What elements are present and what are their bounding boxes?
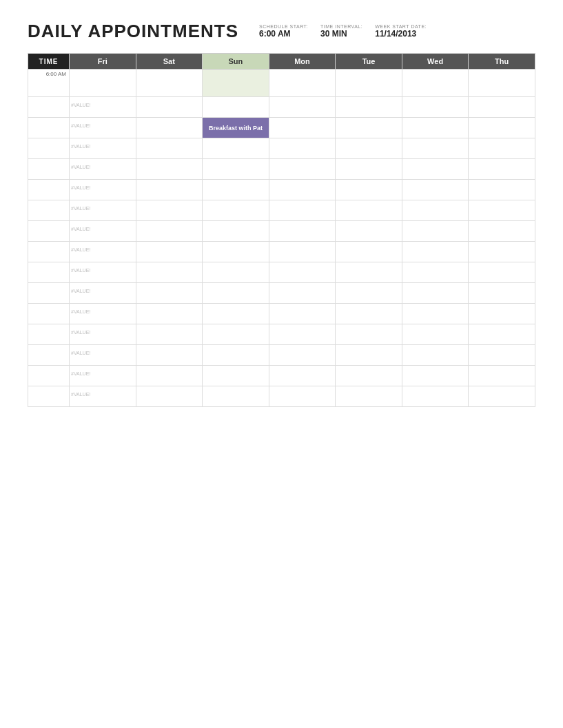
col-header-fri: Fri (70, 54, 136, 70)
time-cell (28, 262, 70, 283)
cell-tue-row2 (336, 118, 402, 138)
value-label: #VALUE! (70, 163, 90, 169)
appointment-block[interactable]: Breakfast with Pat (203, 118, 269, 138)
time-interval-value: 30 MIN (320, 29, 362, 39)
cell-wed-row4 (402, 159, 469, 180)
cell-fri-row15: #VALUE! (70, 386, 136, 407)
cell-mon-row4 (269, 159, 336, 180)
cell-tue-row7 (336, 221, 402, 242)
time-cell (28, 283, 70, 304)
cell-fri-row1: #VALUE! (70, 97, 136, 118)
cell-thu-row0 (469, 70, 535, 97)
cell-fri-row10: #VALUE! (70, 283, 136, 304)
cell-mon-row12 (269, 324, 336, 345)
cell-sat-row6 (136, 200, 203, 221)
col-header-sun: Sun (203, 54, 269, 70)
cell-fri-row9: #VALUE! (70, 262, 136, 283)
cell-sun-row5 (203, 180, 269, 200)
cell-sun-row12 (203, 324, 269, 345)
cell-thu-row14 (469, 366, 535, 386)
value-label: #VALUE! (70, 287, 90, 293)
cell-sat-row15 (136, 386, 203, 407)
cell-tue-row11 (336, 304, 402, 324)
cell-mon-row13 (269, 345, 336, 366)
value-label: #VALUE! (70, 370, 90, 376)
cell-tue-row5 (336, 180, 402, 200)
cell-sun-row13 (203, 345, 269, 366)
time-cell: 6:00 AM (28, 70, 70, 97)
cell-sat-row3 (136, 138, 203, 159)
cell-sat-row8 (136, 242, 203, 262)
cell-tue-row3 (336, 138, 402, 159)
value-label: #VALUE! (70, 101, 90, 107)
col-header-sat: Sat (136, 54, 203, 70)
table-row: #VALUE! (28, 324, 535, 345)
cell-thu-row2 (469, 118, 535, 138)
cell-wed-row6 (402, 200, 469, 221)
cell-thu-row3 (469, 138, 535, 159)
cell-thu-row15 (469, 386, 535, 407)
week-start-item: WEEK START DATE: 11/14/2013 (375, 24, 427, 39)
cell-fri-row11: #VALUE! (70, 304, 136, 324)
cell-tue-row0 (336, 70, 402, 97)
cell-thu-row5 (469, 180, 535, 200)
table-row: #VALUE! (28, 386, 535, 407)
cell-mon-row6 (269, 200, 336, 221)
cell-mon-row9 (269, 262, 336, 283)
cell-sat-row12 (136, 324, 203, 345)
cell-sun-row9 (203, 262, 269, 283)
value-label: #VALUE! (70, 143, 90, 149)
table-row: #VALUE! (28, 304, 535, 324)
table-row: #VALUE! (28, 262, 535, 283)
cell-fri-row5: #VALUE! (70, 180, 136, 200)
cell-tue-row8 (336, 242, 402, 262)
time-cell (28, 159, 70, 180)
cell-wed-row2 (402, 118, 469, 138)
time-cell (28, 221, 70, 242)
time-cell (28, 242, 70, 262)
cell-fri-row14: #VALUE! (70, 366, 136, 386)
col-header-time: TIME (28, 54, 70, 70)
cell-tue-row13 (336, 345, 402, 366)
value-label: #VALUE! (70, 246, 90, 252)
time-cell (28, 324, 70, 345)
value-label: #VALUE! (70, 122, 90, 128)
cell-sun-row4 (203, 159, 269, 180)
cell-wed-row7 (402, 221, 469, 242)
schedule-start-label: SCHEDULE START: (259, 24, 308, 29)
col-header-wed: Wed (402, 54, 469, 70)
time-cell (28, 304, 70, 324)
table-row: #VALUE! (28, 366, 535, 386)
cell-wed-row3 (402, 138, 469, 159)
cell-tue-row12 (336, 324, 402, 345)
cell-thu-row4 (469, 159, 535, 180)
page-header: DAILY APPOINTMENTS SCHEDULE START: 6:00 … (28, 21, 535, 42)
calendar-table: TIME Fri Sat Sun Mon Tue Wed Thu (28, 53, 535, 407)
table-row: #VALUE! (28, 97, 535, 118)
table-row: #VALUE! (28, 283, 535, 304)
cell-mon-row2 (269, 118, 336, 138)
cell-thu-row8 (469, 242, 535, 262)
cell-tue-row9 (336, 262, 402, 283)
time-cell (28, 138, 70, 159)
cell-sun-row10 (203, 283, 269, 304)
table-row: #VALUE! (28, 200, 535, 221)
cell-thu-row9 (469, 262, 535, 283)
cell-tue-row1 (336, 97, 402, 118)
time-cell (28, 118, 70, 138)
cell-fri-row8: #VALUE! (70, 242, 136, 262)
header-meta: SCHEDULE START: 6:00 AM TIME INTERVAL: 3… (259, 24, 427, 39)
value-label: #VALUE! (70, 391, 90, 397)
cell-wed-row14 (402, 366, 469, 386)
cell-sun-row15 (203, 386, 269, 407)
time-cell (28, 366, 70, 386)
cell-wed-row9 (402, 262, 469, 283)
value-label: #VALUE! (70, 225, 90, 231)
cell-fri-row2: #VALUE! (70, 118, 136, 138)
cell-wed-row10 (402, 283, 469, 304)
cell-sat-row4 (136, 159, 203, 180)
col-header-thu: Thu (469, 54, 535, 70)
cell-sun-row3 (203, 138, 269, 159)
cell-fri-row6: #VALUE! (70, 200, 136, 221)
cell-sun-row2: Breakfast with Pat (203, 118, 269, 138)
